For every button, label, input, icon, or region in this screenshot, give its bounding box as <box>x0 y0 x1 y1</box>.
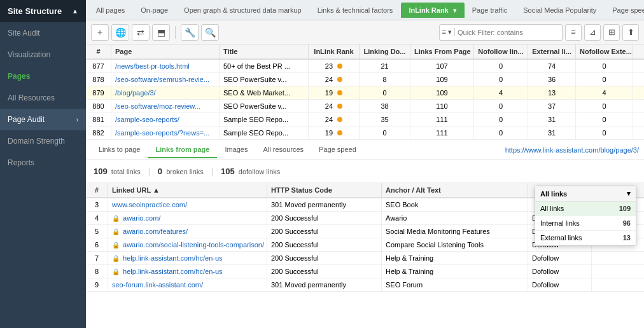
sidebar-title: Site Structure <box>8 6 62 16</box>
sidebar-item-all-resources[interactable]: All Resources <box>0 87 86 109</box>
sort-asc-icon: ▲ <box>153 186 160 194</box>
list-view-button[interactable]: ≡ <box>565 24 582 41</box>
dropdown-count-external: 13 <box>623 234 631 242</box>
td-nofollowext: 0 <box>576 113 633 126</box>
top-table-header: # Page Title InLink Rank Linking Do... L… <box>86 44 644 60</box>
export-button[interactable]: ⬒ <box>152 24 170 41</box>
lock-icon: 🔒 <box>112 228 120 235</box>
td-title: SEO PowerSuite v... <box>220 100 309 113</box>
sidebar-item-domain-strength[interactable]: Domain Strength <box>0 130 86 152</box>
copy-button[interactable]: ⇄ <box>132 24 150 41</box>
sidebar-item-reports[interactable]: Reports <box>0 152 86 174</box>
sidebar-collapse-icon[interactable]: ▲ <box>72 8 78 15</box>
linked-url[interactable]: awario.com/ <box>123 214 160 222</box>
tab-social-media[interactable]: Social Media Popularity <box>515 3 605 18</box>
sub-tab-links-to-page[interactable]: Links to page <box>91 142 148 158</box>
tab-open-graph[interactable]: Open graph & structured data markup <box>176 3 310 18</box>
globe-button[interactable]: 🌐 <box>111 24 129 41</box>
sidebar-item-site-audit[interactable]: Site Audit <box>0 22 86 44</box>
page-link[interactable]: /sample-seo-reports/?news=... <box>115 129 209 137</box>
filter-icon-button[interactable]: ⊿ <box>584 24 601 41</box>
page-link[interactable]: /seo-software/moz-review... <box>115 102 200 110</box>
sub-tab-all-resources[interactable]: All resources <box>255 142 311 158</box>
bth-anchor[interactable]: Anchor / Alt Text <box>382 183 528 197</box>
tab-all-pages[interactable]: All pages <box>88 3 133 18</box>
dofollow-links-label: dofollow links <box>239 168 280 175</box>
tab-page-speed[interactable]: Page speed <box>605 3 644 18</box>
td-nofollowext: 0 <box>576 60 633 72</box>
btd-status: 200 Successful <box>267 238 382 251</box>
td-linking: 38 <box>360 100 410 113</box>
wrench-icon: 🔧 <box>185 27 195 38</box>
td-num: 877 <box>86 60 111 72</box>
dropdown-item-all-links[interactable]: All links 109 <box>535 202 636 216</box>
page-link[interactable]: /seo-software/semrush-revie... <box>115 76 209 83</box>
btd-url: 🔒 awario.com/ <box>108 212 267 224</box>
btd-num: 5 <box>86 225 108 238</box>
td-external: 31 <box>528 113 576 126</box>
tab-on-page[interactable]: On-page <box>133 3 176 18</box>
add-button[interactable]: ＋ <box>91 24 109 41</box>
sub-tab-images[interactable]: Images <box>217 142 255 158</box>
broken-links-count: 0 <box>158 167 162 176</box>
table-row: 9 seo-forum.link-assistant.com/ 301 Move… <box>86 278 644 292</box>
th-title[interactable]: Title <box>220 44 309 58</box>
page-link[interactable]: /sample-seo-reports/ <box>115 116 179 123</box>
share-button[interactable]: ⬆ <box>622 24 639 41</box>
page-link[interactable]: /news/best-pr-tools.html <box>115 62 190 70</box>
filter-select-icon[interactable]: ≡ ▾ <box>442 28 455 36</box>
th-external[interactable]: External li... <box>528 44 576 58</box>
td-linking: 0 <box>360 126 410 139</box>
th-inlink[interactable]: InLink Rank <box>309 44 360 58</box>
share-icon: ⬆ <box>627 27 634 37</box>
dropdown-arrow-icon[interactable]: ▾ <box>627 189 631 198</box>
tab-links-technical[interactable]: Links & technical factors <box>310 3 402 18</box>
page-link[interactable]: /blog/page/3/ <box>115 89 156 97</box>
dropdown-label-internal: Internal links <box>540 219 580 227</box>
th-nofollow[interactable]: Nofollow lin... <box>474 44 528 58</box>
quick-filter-input[interactable] <box>458 29 559 36</box>
th-tags[interactable]: Tags <box>633 44 644 58</box>
grid-icon: ⊞ <box>608 27 615 37</box>
td-tags <box>633 90 644 95</box>
linked-url[interactable]: help.link-assistant.com/hc/en-us <box>123 254 223 262</box>
td-nofollow: 0 <box>474 100 528 113</box>
th-linksfrom[interactable]: Links From Page ▲ <box>410 44 474 58</box>
wrench-button[interactable]: 🔧 <box>181 24 199 41</box>
td-num: 880 <box>86 100 111 113</box>
sidebar-item-pages[interactable]: Pages <box>0 65 86 87</box>
btd-num: 9 <box>86 278 108 291</box>
table-row: 877 /news/best-pr-tools.html 50+ of the … <box>86 60 644 73</box>
sidebar-item-page-audit[interactable]: Page Audit › <box>0 109 86 130</box>
dropdown-item-internal-links[interactable]: Internal links 96 <box>535 216 636 231</box>
th-linking[interactable]: Linking Do... <box>360 44 410 58</box>
btd-anchor: Social Media Monitoring Features <box>382 225 528 238</box>
sub-tab-page-speed[interactable]: Page speed <box>311 142 364 158</box>
linked-url[interactable]: awario.com/social-listening-tools-compar… <box>123 241 264 249</box>
tab-inlink-rank[interactable]: InLink Rank ▾ <box>401 3 464 18</box>
linked-url[interactable]: awario.com/features/ <box>123 228 188 235</box>
main-content: All pages On-page Open graph & structure… <box>86 0 644 328</box>
page-external-link[interactable]: https://www.link-assistant.com/blog/page… <box>505 146 639 154</box>
grid-view-button[interactable]: ⊞ <box>603 24 620 41</box>
bth-url[interactable]: Linked URL ▲ <box>108 183 267 197</box>
dropdown-count-all: 109 <box>619 205 631 212</box>
th-nofollowext[interactable]: Nofollow Exte... <box>576 44 633 58</box>
tab-page-traffic[interactable]: Page traffic <box>465 3 515 18</box>
search-button[interactable]: 🔍 <box>201 24 219 41</box>
status-dot <box>337 90 342 95</box>
sub-tab-links-from-page[interactable]: Links from page <box>148 142 217 158</box>
linked-url[interactable]: seo-forum.link-assistant.com/ <box>112 281 203 289</box>
status-dot <box>337 77 342 82</box>
th-page[interactable]: Page <box>111 44 220 58</box>
bth-status[interactable]: HTTP Status Code <box>267 183 382 197</box>
sidebar-item-visualization[interactable]: Visualization <box>0 44 86 65</box>
linked-url[interactable]: www.seoinpractice.com/ <box>112 201 187 208</box>
td-page: /seo-software/moz-review... <box>111 100 220 113</box>
linked-url[interactable]: help.link-assistant.com/hc/en-us <box>123 268 223 275</box>
td-linksfrom: 107 <box>410 60 474 72</box>
btd-num: 4 <box>86 212 108 224</box>
td-title: Sample SEO Repo... <box>220 126 309 139</box>
dropdown-item-external-links[interactable]: External links 13 <box>535 231 636 245</box>
dropdown-label-external: External links <box>540 234 582 242</box>
